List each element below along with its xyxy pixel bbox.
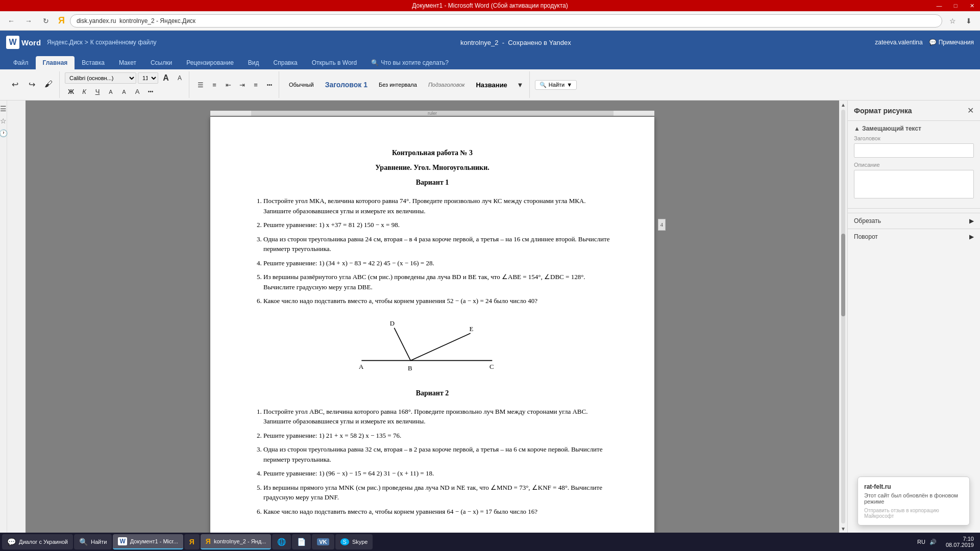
undo-group: ↩ ↪ 🖌 xyxy=(4,71,60,98)
highlight-button[interactable]: A xyxy=(105,86,117,98)
scroll-track[interactable] xyxy=(841,110,845,523)
notif-action[interactable]: Отправить отзыв в корпорацию Майкрософт xyxy=(864,508,963,519)
tab-home[interactable]: Главная xyxy=(36,56,75,69)
redo-button[interactable]: ↪ xyxy=(24,72,39,97)
tab-references[interactable]: Ссылки xyxy=(143,56,179,69)
clock-side-icon[interactable]: 🕐 xyxy=(0,129,8,137)
tab-review[interactable]: Рецензирование xyxy=(179,56,241,69)
style-subheading[interactable]: Подзаголовок xyxy=(424,80,470,89)
tab-search[interactable]: 🔍 Что вы хотите сделать? xyxy=(364,56,456,69)
paragraph-group: ☰ ≡ ⇤ ⇥ ≡ ••• xyxy=(191,71,279,98)
left-panel-toggle[interactable]: ☰ xyxy=(0,105,7,113)
minimize-button[interactable]: — xyxy=(931,0,947,11)
tab-layout[interactable]: Макет xyxy=(112,56,143,69)
comments-button[interactable]: 💬 Примечания xyxy=(929,39,974,46)
address-bar[interactable] xyxy=(70,14,942,28)
task-1-1: Постройте угол МКА, величина которого ра… xyxy=(263,196,614,216)
undo-button[interactable]: ↩ xyxy=(7,72,22,97)
refresh-button[interactable]: ↻ xyxy=(39,14,53,28)
bookmark-button[interactable]: ☆ xyxy=(945,14,960,28)
format-painter-button[interactable]: 🖌 xyxy=(41,72,56,97)
desc-label: Описание xyxy=(854,162,974,168)
bookmark-side-icon[interactable]: ☆ xyxy=(0,117,7,125)
heading-input[interactable] xyxy=(854,143,974,158)
increase-font-button[interactable]: A xyxy=(160,72,172,84)
decrease-font-button[interactable]: A xyxy=(174,72,186,84)
main-area: ☰ ☆ 🕐 ruler 4 Контрольная работа № 3 Ура… xyxy=(0,101,980,533)
breadcrumb-save-link[interactable]: К сохранённому файлу xyxy=(90,39,157,46)
tab-insert[interactable]: Вставка xyxy=(75,56,112,69)
document-page[interactable]: 4 Контрольная работа № 3 Уравнение. Угол… xyxy=(210,117,654,533)
desc-textarea[interactable] xyxy=(854,170,974,198)
bullets-button[interactable]: ☰ xyxy=(194,79,207,91)
close-button[interactable]: ✕ xyxy=(964,0,980,11)
tab-view[interactable]: Вид xyxy=(241,56,266,69)
style-heading1[interactable]: Заголовок 1 xyxy=(321,79,372,90)
underline-button[interactable]: Ч xyxy=(91,86,104,98)
text-format-buttons: Ж К Ч A A A ••• xyxy=(65,86,186,98)
document-scrollbar[interactable]: ▲ ▼ xyxy=(839,101,847,533)
browser-bar: ← → ↻ Я ☆ ⬇ xyxy=(0,11,980,31)
style-title[interactable]: Название xyxy=(471,80,511,90)
notif-site: rat-felt.ru xyxy=(864,483,963,490)
scroll-down-arrow[interactable]: ▼ xyxy=(839,524,847,533)
taskbar-skype[interactable]: S Skype xyxy=(335,534,373,549)
tab-file[interactable]: Файл xyxy=(6,56,36,69)
back-button[interactable]: ← xyxy=(4,14,18,28)
taskbar-ie[interactable]: 🌐 xyxy=(272,534,291,549)
geometry-diagram: A B C D E xyxy=(351,316,514,378)
document-area[interactable]: ruler 4 Контрольная работа № 3 Уравнение… xyxy=(26,101,839,533)
clock-date: 08.07.2019 xyxy=(946,542,974,548)
window-title: Документ1 - Microsoft Word (Сбой активац… xyxy=(0,2,980,9)
word-logo: W Word xyxy=(6,36,41,49)
rotate-expand[interactable]: Поворот ▶ xyxy=(848,229,980,244)
taskbar-yandex-disk[interactable]: Я kontrolnye_2 - Янд... xyxy=(201,534,271,549)
comments-label: Примечания xyxy=(939,39,974,46)
tab-help[interactable]: Справка xyxy=(266,56,305,69)
taskbar-dialog[interactable]: 💬 Диалог с Украиной xyxy=(2,534,73,549)
volume-icon: 🔊 xyxy=(929,539,937,545)
style-normal[interactable]: Обычный xyxy=(284,80,318,89)
indent-increase-button[interactable]: ⇥ xyxy=(236,79,248,91)
forward-button[interactable]: → xyxy=(21,14,36,28)
bold-button[interactable]: Ж xyxy=(65,86,77,98)
styles-dropdown[interactable]: ▼ xyxy=(514,79,526,91)
taskbar-word[interactable]: W Документ1 - Micr... xyxy=(113,534,183,549)
maximize-button[interactable]: □ xyxy=(947,0,964,11)
rotate-label: Поворот xyxy=(854,233,878,240)
font-color-button[interactable]: A xyxy=(118,86,130,98)
scroll-up-arrow[interactable]: ▲ xyxy=(839,101,847,109)
download-button[interactable]: ⬇ xyxy=(962,14,976,28)
taskbar-find[interactable]: 🔍 Найти xyxy=(74,534,112,549)
indent-decrease-button[interactable]: ⇤ xyxy=(222,79,234,91)
style-no-interval[interactable]: Без интервала xyxy=(374,80,422,89)
variant1-task-list: Постройте угол МКА, величина которого ра… xyxy=(251,196,614,306)
taskbar-clock: 7:10 08.07.2019 xyxy=(942,536,978,548)
font-size-selector[interactable]: 11 xyxy=(138,72,158,84)
expand-icon: ▲ xyxy=(854,125,860,132)
task-1-3: Одна из сторон треугольника равна 24 см,… xyxy=(263,234,614,254)
more-button[interactable]: ••• xyxy=(144,86,157,98)
task-2-5: Из вершины прямого угла MNK (см рис.) пр… xyxy=(263,483,614,503)
taskbar-yandex[interactable]: Я xyxy=(184,534,200,549)
taskbar-vk[interactable]: VK xyxy=(312,534,334,549)
tab-open-word[interactable]: Открыть в Word xyxy=(305,56,364,69)
align-button[interactable]: ≡ xyxy=(250,79,262,91)
font-name-selector[interactable]: Calibri (основн...) xyxy=(65,72,136,84)
numbering-button[interactable]: ≡ xyxy=(208,79,220,91)
panel-close-button[interactable]: ✕ xyxy=(967,106,974,115)
italic-button[interactable]: К xyxy=(78,86,90,98)
task-1-5: Из вершины развёрнутого угла АВС (см рис… xyxy=(263,272,614,292)
browser-action-icons: ☆ ⬇ xyxy=(945,14,976,28)
panel-divider-1 xyxy=(848,208,980,209)
scroll-thumb[interactable] xyxy=(841,234,845,316)
more-para-button[interactable]: ••• xyxy=(263,79,276,91)
panel-title: Формат рисунка xyxy=(854,107,912,115)
text-effects-button[interactable]: A xyxy=(131,86,143,98)
crop-expand[interactable]: Обрезать ▶ xyxy=(848,213,980,229)
taskbar-acrobat[interactable]: 📄 xyxy=(292,534,311,549)
variant2-label: Вариант 2 xyxy=(251,388,614,398)
right-panel-header: Формат рисунка ✕ xyxy=(848,101,980,121)
breadcrumb-yandex-disk[interactable]: Яндекс.Диск xyxy=(47,39,83,46)
find-button[interactable]: 🔍 Найти ▼ xyxy=(535,80,577,90)
